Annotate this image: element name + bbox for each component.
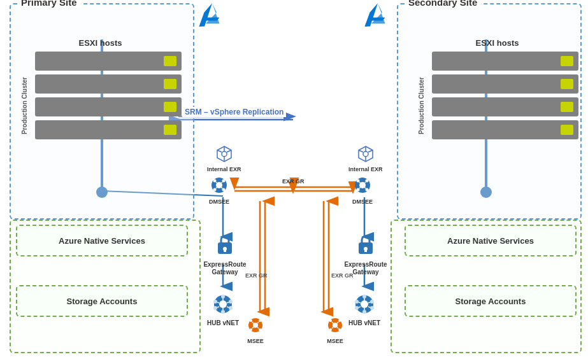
svg-point-76 — [362, 310, 366, 314]
svg-point-89 — [250, 328, 252, 331]
secondary-er-gateway: ExpressRouteGateway — [343, 232, 388, 276]
svg-point-20 — [222, 151, 227, 157]
primary-msee-label: MSEE — [247, 338, 264, 344]
svg-line-24 — [217, 150, 222, 152]
secondary-dmsee-label: DMSEE — [352, 199, 373, 205]
secondary-er-gateway-icon — [355, 241, 376, 260]
secondary-hub-vnet-label: HUB vNET — [336, 319, 393, 326]
svg-point-75 — [370, 306, 374, 310]
svg-point-100 — [338, 328, 341, 331]
exr-gr-left-label: EXR GR — [245, 272, 268, 279]
azure-native-primary-label: Azure Native Services — [59, 236, 145, 246]
secondary-internal-exr-icon — [356, 153, 375, 165]
svg-point-64 — [213, 300, 217, 304]
secondary-host-4 — [432, 120, 578, 139]
primary-internal-exr-label: Internal EXR — [207, 166, 241, 172]
secondary-site-label: Secondary Site — [405, 0, 481, 8]
svg-line-70 — [217, 302, 219, 303]
svg-line-30 — [359, 150, 363, 152]
svg-point-61 — [229, 306, 233, 310]
exr-gr-middle-label: EXR GR — [282, 178, 305, 185]
primary-er-gateway-label: ExpressRouteGateway — [203, 261, 247, 276]
svg-point-73 — [362, 295, 366, 298]
secondary-cluster-label: Production Cluster — [418, 77, 425, 134]
storage-primary: Storage Accounts — [16, 285, 188, 317]
svg-point-44 — [366, 179, 369, 183]
primary-cluster-label: Production Cluster — [21, 77, 28, 134]
primary-esxi-section: ESXI hosts Production Cluster — [19, 38, 182, 143]
svg-rect-53 — [224, 249, 226, 252]
svg-line-81 — [368, 307, 370, 307]
secondary-dmsee-node: DMSEE — [352, 176, 373, 205]
primary-dmsee-node: DMSEE — [209, 176, 229, 205]
svg-line-84 — [359, 302, 361, 303]
azure-logo-primary — [191, 0, 229, 35]
azure-logo-secondary — [357, 0, 395, 35]
svg-line-23 — [227, 150, 231, 152]
svg-point-34 — [222, 179, 226, 183]
storage-secondary: Storage Accounts — [405, 285, 577, 317]
svg-point-26 — [363, 151, 368, 157]
primary-hub-vnet-icon — [210, 302, 236, 319]
secondary-esxi-label: ESXI hosts — [416, 38, 578, 48]
svg-point-35 — [213, 188, 217, 192]
svg-line-67 — [227, 307, 229, 307]
primary-esxi-label: ESXI hosts — [19, 38, 182, 48]
primary-msee: MSEE — [247, 317, 264, 344]
primary-site-label: Primary Site — [17, 0, 81, 8]
storage-primary-label: Storage Accounts — [67, 297, 138, 306]
secondary-hub-vnet-icon — [352, 302, 377, 319]
svg-point-58 — [219, 300, 227, 308]
primary-host-4 — [35, 120, 182, 139]
secondary-internal-exr-label: Internal EXR — [348, 166, 383, 172]
svg-point-72 — [361, 300, 368, 308]
svg-point-86 — [253, 323, 258, 328]
svg-point-77 — [355, 306, 359, 310]
srm-label: SRM – vSphere Replication — [182, 107, 286, 117]
svg-point-96 — [333, 323, 338, 328]
primary-host-1 — [35, 52, 182, 71]
secondary-msee: MSEE — [327, 317, 343, 344]
azure-native-secondary: Azure Native Services — [405, 225, 577, 256]
svg-point-46 — [366, 188, 369, 192]
primary-dmsee-label: DMSEE — [209, 199, 229, 205]
diagram-container: Primary Site Secondary Site ESXI hosts P… — [0, 0, 588, 364]
azure-native-secondary-label: Azure Native Services — [447, 236, 534, 246]
primary-er-gateway-icon — [214, 241, 236, 260]
svg-point-98 — [338, 319, 341, 322]
secondary-host-1 — [432, 52, 578, 71]
svg-point-33 — [213, 179, 217, 183]
svg-point-90 — [259, 328, 261, 331]
svg-point-78 — [355, 300, 359, 304]
secondary-msee-label: MSEE — [327, 338, 343, 344]
primary-hub-vnet: HUB vNET — [194, 293, 252, 326]
svg-line-66 — [227, 302, 229, 303]
secondary-host-2 — [432, 74, 578, 94]
svg-line-29 — [368, 150, 373, 152]
exr-gr-right-label: EXR GR — [331, 272, 354, 279]
svg-point-74 — [370, 300, 374, 304]
storage-secondary-label: Storage Accounts — [455, 297, 526, 306]
svg-point-63 — [213, 306, 217, 310]
azure-native-primary: Azure Native Services — [16, 225, 188, 256]
primary-internal-exr: Internal EXR — [207, 145, 241, 172]
secondary-host-3 — [432, 97, 578, 116]
svg-point-59 — [221, 295, 225, 298]
primary-host-2 — [35, 74, 182, 94]
svg-line-80 — [368, 302, 370, 303]
svg-point-99 — [329, 328, 332, 331]
secondary-internal-exr: Internal EXR — [348, 145, 383, 172]
primary-host-3 — [35, 97, 182, 116]
svg-point-45 — [357, 188, 360, 192]
svg-point-43 — [357, 179, 360, 183]
svg-point-97 — [329, 319, 332, 322]
primary-internal-exr-icon — [215, 153, 234, 165]
svg-line-69 — [217, 307, 219, 307]
svg-point-62 — [221, 310, 225, 314]
svg-point-36 — [222, 188, 226, 192]
svg-line-83 — [359, 307, 361, 307]
svg-point-60 — [229, 300, 233, 304]
secondary-esxi-section: ESXI hosts Production Cluster — [416, 38, 578, 143]
svg-point-87 — [250, 319, 252, 322]
secondary-hub-vnet: HUB vNET — [336, 293, 393, 326]
